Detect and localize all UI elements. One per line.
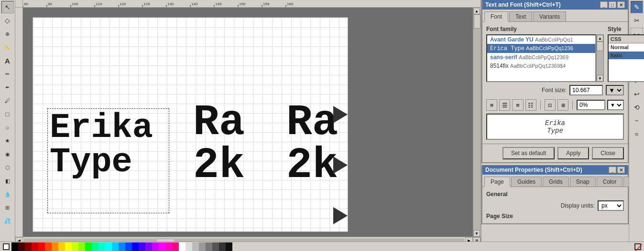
font-item-erica-type[interactable]: Erica Type AaBbCcIiPpQq1236: [487, 44, 595, 53]
swatch-pink2[interactable]: [172, 242, 179, 251]
swatch-lime1[interactable]: [72, 242, 78, 251]
close-btn[interactable]: ✕: [617, 1, 625, 8]
font-list-scroll-up[interactable]: ▲: [597, 35, 603, 42]
horizontal-scrollbar[interactable]: ◀ ▶ ⊞: [15, 237, 480, 241]
tab-font[interactable]: Font: [484, 11, 508, 22]
doc-props-close[interactable]: ✕: [617, 167, 625, 173]
selected-text-block[interactable]: ErikaType: [47, 108, 169, 213]
tab-guides[interactable]: Guides: [511, 177, 542, 187]
super-subscript-btn2[interactable]: ⊞: [557, 99, 568, 111]
pen-tool[interactable]: ✒: [1, 81, 14, 94]
spiral-tool[interactable]: ◉: [1, 148, 14, 160]
minimize-btn[interactable]: _: [600, 1, 608, 8]
swatch-darkred[interactable]: [18, 242, 25, 251]
align-right-btn[interactable]: ≡: [512, 99, 523, 111]
swatch-white[interactable]: [179, 242, 186, 251]
tab-variants[interactable]: Variants: [533, 11, 566, 21]
swatch-orange[interactable]: [52, 242, 58, 251]
swatch-teal2[interactable]: [98, 242, 105, 251]
text-tool-btn[interactable]: A: [1, 54, 14, 67]
swatch-blue1[interactable]: [112, 242, 119, 251]
spacing-select[interactable]: ▼: [607, 100, 624, 110]
swatch-orange1[interactable]: [45, 242, 52, 251]
tab-snap[interactable]: Snap: [570, 177, 596, 187]
swatch-darkgray[interactable]: [226, 242, 232, 251]
far-right-tool-10[interactable]: ≈: [631, 128, 643, 140]
horizontal-scroll-thumb[interactable]: [156, 239, 175, 242]
style-row-normal[interactable]: Normal Regular: [609, 43, 644, 52]
select-tool[interactable]: ↖: [1, 1, 14, 13]
spray-tool[interactable]: 💦: [1, 215, 14, 227]
font-size-input[interactable]: [569, 85, 603, 95]
spacing-input[interactable]: [577, 100, 605, 110]
swatch-green[interactable]: [85, 242, 92, 251]
swatch-blue3[interactable]: [125, 242, 132, 251]
ellipse-tool[interactable]: ○: [1, 121, 14, 134]
swatch-violet1[interactable]: [139, 242, 145, 251]
node-tool[interactable]: ◇: [1, 14, 14, 27]
calligraph-tool[interactable]: 🖊: [1, 94, 14, 107]
swatch-cyan[interactable]: [105, 242, 112, 251]
scroll-right-arrow[interactable]: ▶: [465, 237, 473, 242]
canvas-scroll[interactable]: ErikaType Ra 2k Ra 2k: [23, 8, 480, 237]
swatch-yellow1[interactable]: [58, 242, 65, 251]
scroll-corner-btn[interactable]: ⊞: [473, 237, 480, 242]
swatch-purple1[interactable]: [152, 242, 159, 251]
gradient-tool[interactable]: ◧: [1, 175, 14, 187]
far-right-tool-8[interactable]: ⟲: [631, 101, 643, 114]
dropper-tool[interactable]: 💧: [1, 188, 14, 200]
swatch-gray6[interactable]: [219, 242, 226, 251]
font-item-sans-serif[interactable]: sans-serif AaBbCcliPpQq12369: [487, 53, 595, 62]
pencil-tool[interactable]: ✏: [1, 68, 14, 80]
swatch-red[interactable]: [38, 242, 45, 251]
swatch-gray4[interactable]: [206, 242, 212, 251]
swatch-gray1[interactable]: [186, 242, 192, 251]
maximize-btn[interactable]: □: [609, 1, 616, 8]
font-list-scroll-thumb[interactable]: [597, 42, 603, 51]
swatch-black[interactable]: [11, 242, 18, 251]
swatch-magenta[interactable]: [159, 242, 165, 251]
swatch-gray2[interactable]: [192, 242, 199, 251]
align-left-btn[interactable]: ≡: [486, 99, 497, 111]
apply-button[interactable]: Apply: [557, 147, 589, 159]
star-tool[interactable]: ★: [1, 135, 14, 147]
font-list[interactable]: Avant Garde YU AaBbCcliPpQq1 Erica Type …: [486, 34, 596, 82]
swatch-blue2[interactable]: [119, 242, 125, 251]
font-size-dropdown[interactable]: ▼: [606, 85, 624, 95]
align-center-btn[interactable]: ☰: [499, 99, 510, 111]
far-right-tool-9[interactable]: ~: [631, 115, 643, 127]
scroll-down-arrow[interactable]: ▼: [473, 230, 480, 237]
swatch-teal1[interactable]: [92, 242, 98, 251]
tab-page[interactable]: Page: [484, 177, 510, 187]
swatch-red3[interactable]: [32, 242, 38, 251]
swatch-violet[interactable]: [145, 242, 152, 251]
color-indicator[interactable]: [3, 243, 10, 250]
bucket-tool[interactable]: ⬡: [1, 161, 14, 174]
swatch-yellow[interactable]: [65, 242, 72, 251]
swatch-gray5[interactable]: [212, 242, 219, 251]
far-right-tool-7[interactable]: ↩: [631, 88, 643, 100]
tab-text[interactable]: Text: [509, 11, 532, 21]
scroll-left-arrow[interactable]: ◀: [15, 237, 23, 242]
font-item-8514fix[interactable]: 8514fix AaBbCcliPpQq12369$4: [487, 62, 595, 70]
tab-grids[interactable]: Grids: [543, 177, 569, 187]
scroll-thumb-vertical[interactable]: [474, 14, 480, 29]
vertical-scrollbar[interactable]: ▲ ▼: [473, 8, 480, 237]
measure-tool[interactable]: 📐: [1, 41, 14, 53]
close-button[interactable]: Close: [592, 147, 624, 159]
super-subscript-btn1[interactable]: ⊡: [545, 99, 556, 111]
font-list-scroll-down[interactable]: ▼: [597, 75, 603, 82]
scroll-up-arrow[interactable]: ▲: [473, 8, 480, 14]
tab-color[interactable]: Color: [597, 177, 623, 187]
far-right-tool-1[interactable]: ✎: [631, 1, 643, 13]
swatch-lime2[interactable]: [78, 242, 85, 251]
swatch-blue[interactable]: [132, 242, 139, 251]
no-color-indicator[interactable]: [634, 243, 641, 250]
zoom-tool[interactable]: ⊕: [1, 28, 14, 40]
doc-props-minimize[interactable]: _: [609, 167, 616, 173]
rect-tool[interactable]: □: [1, 108, 14, 120]
swatch-gray3[interactable]: [199, 242, 206, 251]
style-table[interactable]: CSS Face Normal Regular Italic: [608, 34, 644, 82]
connector-tool[interactable]: ⊞: [1, 201, 14, 214]
display-units-select[interactable]: px mm cm in pt pc: [598, 200, 624, 211]
